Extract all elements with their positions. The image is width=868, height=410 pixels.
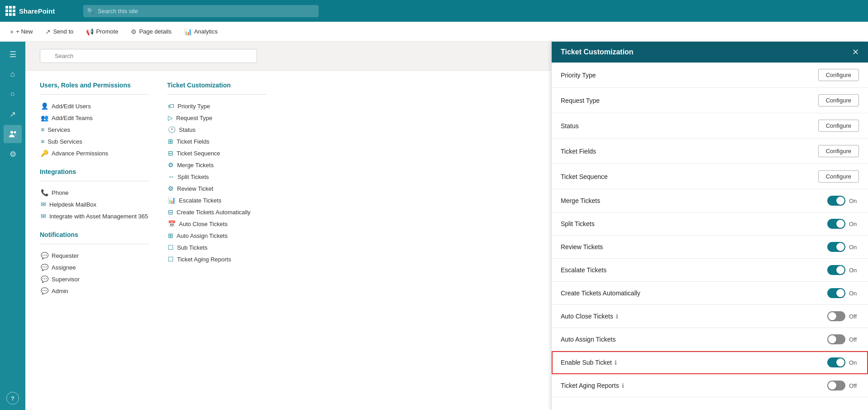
- list-item[interactable]: 👥 Add/Edit Teams: [40, 112, 149, 124]
- panel-row-priority-type: Priority Type Configure: [552, 63, 868, 88]
- review-ticket-label: Review Ticket: [177, 185, 213, 192]
- status-configure-btn[interactable]: Configure: [818, 120, 859, 132]
- split-tickets-toggle-label: On: [849, 221, 859, 227]
- panel-close-button[interactable]: ✕: [852, 48, 859, 56]
- panel-row-status: Status Configure: [552, 113, 868, 139]
- enable-sub-ticket-toggle[interactable]: [827, 357, 845, 367]
- list-item[interactable]: 📅 Auto Close Tickets: [167, 218, 267, 230]
- list-item[interactable]: 💬 Admin: [40, 285, 149, 297]
- list-item[interactable]: ☐ Sub Tickets: [167, 241, 267, 253]
- list-item[interactable]: ≡ Services: [40, 124, 149, 135]
- ticket-aging-reports-icon: ☐: [168, 256, 174, 263]
- content-area: 🔍 Users, Roles and Permissions 👤 Add/Edi…: [25, 42, 551, 410]
- split-tickets-row-label: Split Tickets: [561, 220, 595, 227]
- list-item[interactable]: ▷ Request Type: [167, 112, 267, 124]
- sidebar-people-icon[interactable]: [4, 125, 22, 143]
- sidebar-home-icon[interactable]: ⌂: [4, 65, 22, 83]
- list-item[interactable]: 🔑 Advance Permissions: [40, 147, 149, 159]
- promote-button[interactable]: 📢 Promote: [83, 26, 121, 37]
- auto-close-tickets-toggle-label: Off: [849, 313, 859, 320]
- admin-icon: 💬: [41, 287, 48, 294]
- ticket-fields-label: Ticket Fields: [176, 138, 209, 145]
- list-item[interactable]: 📞 Phone: [40, 187, 149, 198]
- request-type-label: Request Type: [176, 115, 212, 121]
- panel-row-escalate-tickets: Escalate Tickets On: [552, 259, 868, 282]
- advance-permissions-icon: 🔑: [41, 150, 48, 157]
- priority-type-configure-btn[interactable]: Configure: [818, 69, 859, 81]
- list-item[interactable]: 📊 Escalate Tickets: [167, 194, 267, 206]
- split-tickets-toggle[interactable]: [827, 219, 845, 229]
- list-item[interactable]: ✉ Integrate with Asset Management 365: [40, 210, 149, 222]
- list-item[interactable]: ☐ Ticket Aging Reports: [167, 253, 267, 265]
- svg-point-1: [14, 131, 16, 134]
- create-tickets-auto-toggle[interactable]: [827, 288, 845, 298]
- panel-title: Ticket Customization: [561, 48, 634, 56]
- requester-icon: 💬: [41, 252, 48, 259]
- review-tickets-toggle[interactable]: [827, 242, 845, 252]
- review-tickets-row-label: Review Tickets: [561, 243, 603, 251]
- escalate-tickets-toggle[interactable]: [827, 265, 845, 275]
- escalate-tickets-toggle-wrap: On: [827, 265, 859, 275]
- enable-sub-ticket-toggle-wrap: On: [827, 357, 859, 367]
- list-item[interactable]: ⊟ Create Tickets Automatically: [167, 206, 267, 218]
- auto-assign-tickets-toggle-wrap: Off: [827, 334, 859, 344]
- auto-assign-tickets-toggle[interactable]: [827, 334, 845, 344]
- enable-sub-ticket-info-icon[interactable]: ℹ: [615, 359, 617, 366]
- left-sidebar: ☰ ⌂ ○ ↗ ⚙ ?: [0, 42, 25, 410]
- page-details-icon: ⚙: [131, 28, 137, 35]
- list-item[interactable]: ⚙ Merge Tickets: [167, 159, 267, 171]
- panel-row-ticket-sequence: Ticket Sequence Configure: [552, 164, 868, 189]
- top-bar: SharePoint 🔍: [0, 0, 868, 22]
- ticket-fields-configure-btn[interactable]: Configure: [818, 145, 859, 157]
- analytics-button[interactable]: 📊 Analytics: [181, 26, 220, 37]
- auto-close-info-icon[interactable]: ℹ: [616, 313, 618, 320]
- sidebar-search-icon[interactable]: ○: [4, 85, 22, 103]
- page-details-button[interactable]: ⚙ Page details: [128, 26, 174, 37]
- content-search-bar: 🔍: [25, 42, 551, 71]
- list-item[interactable]: ⊟ Ticket Sequence: [167, 147, 267, 159]
- sub-tickets-icon: ☐: [168, 244, 174, 251]
- panel-row-request-type: Request Type Configure: [552, 88, 868, 113]
- escalate-tickets-icon: 📊: [168, 197, 176, 204]
- panel-row-enable-sub-ticket: Enable Sub Ticket ℹ On: [552, 351, 868, 374]
- integrate-asset-icon: ✉: [41, 212, 46, 220]
- auto-assign-tickets-toggle-label: Off: [849, 336, 859, 343]
- admin-label: Admin: [52, 288, 68, 294]
- services-label: Services: [48, 126, 70, 133]
- list-item[interactable]: 🕐 Status: [167, 124, 267, 135]
- list-item[interactable]: 🏷 Priority Type: [167, 100, 267, 112]
- new-button[interactable]: + + New: [7, 26, 35, 37]
- sidebar-chart-icon[interactable]: ↗: [4, 105, 22, 123]
- list-item[interactable]: 💬 Supervisor: [40, 273, 149, 285]
- content-search-input[interactable]: [40, 49, 257, 63]
- sidebar-help-icon[interactable]: ?: [6, 392, 19, 405]
- phone-icon: 📞: [41, 189, 48, 196]
- ticket-aging-info-icon[interactable]: ℹ: [622, 382, 624, 389]
- list-item[interactable]: 👤 Add/Edit Users: [40, 100, 149, 112]
- sidebar-menu-icon[interactable]: ☰: [4, 45, 22, 63]
- right-panel: Ticket Customization ✕ Priority Type Con…: [551, 42, 868, 410]
- list-item[interactable]: 💬 Assignee: [40, 261, 149, 273]
- status-icon: 🕐: [168, 126, 176, 133]
- escalate-tickets-label: Escalate Tickets: [179, 197, 221, 204]
- list-item[interactable]: ↔ Split Tickets: [167, 171, 267, 183]
- list-item[interactable]: 💬 Requester: [40, 250, 149, 261]
- merge-tickets-toggle[interactable]: [827, 196, 845, 206]
- list-item[interactable]: ⊞ Ticket Fields: [167, 135, 267, 147]
- ticket-aging-reports-toggle[interactable]: [827, 381, 845, 391]
- waffle-icon[interactable]: [5, 6, 15, 16]
- auto-close-tickets-toggle[interactable]: [827, 311, 845, 321]
- section-notifications-title: Notifications: [40, 231, 149, 238]
- review-ticket-icon: ⚙: [168, 185, 174, 192]
- merge-tickets-icon: ⚙: [168, 161, 174, 169]
- list-item[interactable]: ⚙ Review Ticket: [167, 183, 267, 194]
- top-search-input[interactable]: [83, 5, 319, 17]
- sidebar-settings-icon[interactable]: ⚙: [4, 145, 22, 163]
- send-to-button[interactable]: ↗ Send to: [43, 26, 76, 37]
- list-item[interactable]: ≡ Sub Services: [40, 135, 149, 147]
- request-type-configure-btn[interactable]: Configure: [818, 94, 859, 106]
- ticket-sequence-configure-btn[interactable]: Configure: [818, 170, 859, 183]
- ticket-aging-reports-toggle-wrap: Off: [827, 381, 859, 391]
- list-item[interactable]: ⊞ Auto Assign Tickets: [167, 230, 267, 241]
- list-item[interactable]: ✉ Helpdesk MailBox: [40, 198, 149, 210]
